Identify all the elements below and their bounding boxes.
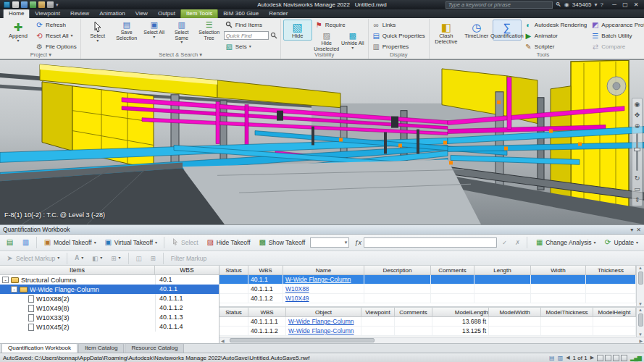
zoom-icon[interactable]: ⊕ [635,122,640,130]
ribbon-tab[interactable]: Render [264,9,293,18]
zoom-slider[interactable] [636,133,638,171]
item-table-header-row[interactable]: StatusWBSNameDescriptionCommentsLengthWi… [219,266,636,275]
ribbon-tab[interactable]: BIM 360 Glue [218,9,264,18]
links-button[interactable]: ∞Links [371,20,427,30]
import-takeoff-button[interactable]: ▥ [19,237,33,248]
user-id[interactable]: 345465 [572,1,592,8]
tree-row[interactable]: W10X88(2) 40.1.1.1 [0,294,219,303]
sets-button[interactable]: ▧Sets▾ [224,41,278,51]
hide-button[interactable]: ▧ Hide [283,20,312,41]
require-button[interactable]: ⚑Require [314,20,366,30]
properties-button[interactable]: ▥Properties [371,41,427,51]
ribbon-tab[interactable]: View [130,9,153,18]
hide-unselected-button[interactable]: ▨Hide Unselected [314,30,340,51]
panel-dropdown-icon[interactable]: ▾ [630,227,633,233]
object-row[interactable]: 40.1.1.1.2 W-Wide Flange-Column 13.125 f… [219,327,636,336]
object-table-header-row[interactable]: StatusWBSObjectViewpointCommentsModelLen… [219,308,636,317]
hide-takeoff-button[interactable]: ▨Hide Takeoff [204,237,254,248]
select-search-group-label[interactable]: Select & Search ▾ [83,51,278,59]
undo-icon[interactable] [47,1,54,8]
text-color-button[interactable]: 𝐀▾ [72,253,86,264]
item-table-scrollbar[interactable]: ▲▼ [636,266,644,306]
tree-row[interactable]: W10X45(2) 40.1.1.4 [0,322,219,332]
keyword-search-input[interactable] [446,1,553,9]
model-takeoff-button[interactable]: ▣Model Takeoff▾ [41,237,99,248]
append-button[interactable]: ✚ Append▾ [4,20,33,44]
next-sheet-button[interactable]: ▶ [590,355,594,361]
close-button[interactable]: ✕ [631,1,641,9]
tree-row[interactable]: - W-Wide Flange-Column 40.1.1 [0,285,219,294]
print-icon[interactable] [38,1,45,8]
app-logo-icon[interactable] [4,1,10,8]
user-avatar-icon[interactable]: ◉ [564,1,569,9]
ribbon-tab[interactable]: Review [65,9,94,18]
3d-viewport[interactable]: F-8(1) 10(-2) : T.C. @ Level 3 (-28) ◉ ✥… [0,59,644,224]
tree-header[interactable]: Items WBS [0,266,219,275]
account-dropdown-icon[interactable]: ▾ [595,1,598,9]
ribbon-tab[interactable]: Home [3,9,30,18]
unhide-all-button[interactable]: ▩Unhide All▾ [340,30,366,51]
compare-button[interactable]: ⇄Compare [590,41,644,51]
save-icon[interactable] [30,1,36,8]
save-selection-button[interactable]: ▤Save Selection [114,20,140,41]
timeliner-button[interactable]: ◷TimeLiner [462,20,491,41]
export-takeoff-button[interactable]: ▤ [3,237,17,248]
maximize-button[interactable]: ▢ [620,1,630,9]
merge-cells-button[interactable]: ◫ [133,253,145,264]
look-icon[interactable]: ▭ [634,185,640,193]
border-style-button[interactable]: ⊞▾ [108,253,123,264]
object-row[interactable]: 40.1.1.1.1 W-Wide Flange-Column 13.688 f… [219,317,636,327]
fill-color-button[interactable]: ◧▾ [89,253,105,264]
project-group-label[interactable]: Project ▾ [4,51,78,59]
file-options-button[interactable]: ⚙File Options [34,41,78,51]
refresh-button[interactable]: ⟳Refresh [34,20,78,30]
qat-dropdown-icon[interactable]: ▾ [56,2,59,8]
ribbon-tab[interactable]: Output [153,9,180,18]
takeoff-view-dropdown[interactable]: ▾ [310,237,349,248]
workbook-tab[interactable]: Resource Catalog [125,343,184,353]
tree-row[interactable]: - Structural Columns 40.1 [0,275,219,285]
takeoff-row[interactable]: 40.1.1 W-Wide Flange-Column [219,275,636,285]
virtual-takeoff-button[interactable]: ▣Virtual Takeoff▾ [101,237,160,248]
select-same-button[interactable]: ▥Select Same▾ [169,20,195,44]
workbook-tab[interactable]: Item Catalog [78,343,124,353]
select-button[interactable]: Select▾ [83,20,112,44]
tree-expander[interactable]: - [2,277,9,283]
workbook-header[interactable]: Quantification Workbook ▾ ✕ [0,225,644,235]
ribbon-tab[interactable]: Animation [94,9,130,18]
walk-icon[interactable]: ⇕ [635,196,640,203]
select-all-button[interactable]: ▣Select All▾ [141,20,167,39]
formula-accept-button[interactable]: ✓ [499,237,510,248]
quick-find-icon[interactable] [270,32,278,40]
navigation-bar[interactable]: ◉ ✥ ⊕ ↻ ▭ ⇕ [632,98,643,206]
search-icon[interactable]: 🔍︎ [556,1,561,9]
quantification-button[interactable]: ∑Quantification [493,20,522,41]
change-analysis-button[interactable]: ▦Change Analysis▾ [532,237,598,248]
reset-all-button[interactable]: ⟲Reset All▾ [34,30,78,41]
ribbon-tab[interactable]: Viewpoint [30,9,65,18]
update-button[interactable]: ⟳Update▾ [601,237,641,248]
horizontal-scrollbar[interactable]: ◀▶ [219,337,644,343]
panel-close-icon[interactable]: ✕ [636,227,641,233]
autodesk-rendering-button[interactable]: ◐Autodesk Rendering [523,20,589,30]
formula-cancel-button[interactable]: ✗ [512,237,523,248]
steering-wheel-icon[interactable]: ◉ [635,101,640,108]
quick-find-input[interactable] [224,31,269,40]
workbook-tab[interactable]: Quantification Workbook [1,343,78,353]
takeoff-select-button[interactable]: Select [168,237,201,248]
help-icon[interactable]: ? [601,1,603,9]
grid-button[interactable]: ⊞ [148,253,159,264]
open-file-icon[interactable] [21,1,28,8]
quick-properties-button[interactable]: ▤Quick Properties [371,30,427,41]
minimize-button[interactable]: ─ [609,1,619,9]
tree-expander[interactable]: - [11,286,17,292]
pan-icon[interactable]: ✥ [635,111,640,119]
takeoff-row[interactable]: 40.1.1.1 W10X88 [219,285,636,294]
panel-toggle-icons[interactable] [597,355,627,361]
find-items-button[interactable]: Find Items [224,20,278,30]
tree-row[interactable]: W10X33(3) 40.1.1.3 [0,313,219,322]
new-file-icon[interactable] [12,1,19,8]
orbit-icon[interactable]: ↻ [635,174,640,182]
takeoff-row[interactable]: 40.1.1.2 W10X49 [219,294,636,303]
animator-button[interactable]: ▶Animator [523,30,589,41]
